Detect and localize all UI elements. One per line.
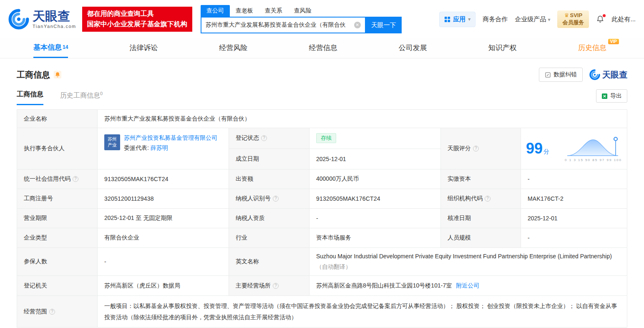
field-label-insured-count: 参保人数: [17, 248, 98, 276]
field-label-english-name: 英文名称: [229, 248, 309, 276]
help-icon[interactable]: ?: [273, 196, 279, 202]
partner-logo-line1: 苏州: [108, 136, 117, 142]
export-label: 导出: [610, 92, 622, 100]
field-value-company-type: 有限合伙企业: [98, 228, 229, 248]
field-value-tianyan-score: 99分 0 1 3 15 50 85 97 99 100: [521, 128, 627, 169]
brand-domain: TianYanCha.com: [33, 24, 76, 29]
watermark-logo: 天眼查: [589, 69, 627, 81]
field-value-executive-partner: 苏州 产业 苏州产业投资私募基金管理有限公司 委派代表: 薛苏明: [98, 128, 229, 169]
partner-company-link[interactable]: 苏州产业投资私募基金管理有限公司: [124, 134, 217, 141]
section-title: 工商信息: [17, 69, 50, 81]
business-info-table: 企业名称 苏州市重大产业发展私募投资基金合伙企业（有限合伙） 执行事务合伙人 苏…: [17, 109, 627, 328]
export-button[interactable]: 导出: [596, 89, 627, 103]
search-button[interactable]: 天眼一下: [366, 17, 402, 33]
score-bell-curve: [566, 136, 621, 159]
field-label-taxpayer-quality: 纳税人资质: [229, 209, 309, 228]
search-tab-boss[interactable]: 查老板: [230, 5, 259, 17]
search-tab-risk[interactable]: 查风险: [288, 5, 317, 17]
svip-membership-button[interactable]: ♛SVIP 会员服务: [557, 10, 589, 28]
tab-intellectual-property[interactable]: 知识产权: [488, 38, 517, 58]
field-value-taxpayer-id: 91320505MAK176CT24: [309, 189, 441, 209]
status-badge: 存续: [316, 133, 336, 143]
tab-basic-info[interactable]: 基本信息14: [33, 38, 68, 58]
section-header-right: 数据纠错 天眼查: [539, 68, 627, 82]
field-label-industry: 行业: [229, 228, 309, 248]
tab-operation-risk[interactable]: 经营风险: [219, 38, 248, 58]
field-value-reg-authority: 苏州高新区（虎丘区）数据局: [98, 276, 229, 296]
address-label-text: 主要经营场所: [236, 282, 271, 290]
field-value-business-term: 2025-12-01 至 无固定期限: [98, 209, 229, 228]
help-icon[interactable]: ?: [473, 146, 479, 151]
table-row: 经营范围 ? 一般项目：以私募基金从事股权投资、投资管理、资产管理等活动（须在中…: [17, 296, 627, 328]
help-icon[interactable]: ?: [485, 196, 491, 202]
company-section-tabs: 基本信息14 法律诉讼 经营风险 经营信息 公司发展 知识产权 历史信息 VIP: [0, 38, 644, 58]
enterprise-products-link[interactable]: 企业级产品 ▾: [515, 15, 550, 23]
help-icon[interactable]: ?: [273, 283, 279, 289]
table-row: 参保人数 - 英文名称 Suzhou Major Industrial Deve…: [17, 248, 627, 276]
field-label-reg-number: 工商注册号: [17, 189, 98, 209]
field-label-approval-date: 核准日期: [441, 209, 521, 228]
svip-sub-label: 会员服务: [562, 19, 584, 26]
status-date-stack: 登记状态 ? 存续 成立日期 2025-12-01: [229, 128, 441, 169]
data-correction-button[interactable]: 数据纠错: [539, 68, 583, 82]
user-account-link[interactable]: 此处有...: [611, 15, 636, 23]
score-label-text: 天眼评分: [448, 145, 471, 152]
tab-basic-info-label: 基本信息: [33, 43, 62, 52]
tab-history-info-label: 历史信息: [578, 43, 606, 53]
monitor-bell-icon[interactable]: [53, 71, 62, 79]
field-label-reg-authority: 登记机关: [17, 276, 98, 296]
search-input-wrap: ✕: [201, 17, 366, 33]
field-label-company-type: 企业类型: [17, 228, 98, 248]
field-value-staff-size: -: [521, 228, 627, 248]
tab-legal-proceedings[interactable]: 法律诉讼: [129, 38, 158, 58]
reg-status-label-text: 登记状态: [236, 134, 259, 142]
notification-bell-button[interactable]: [596, 15, 604, 23]
subtab-business-info[interactable]: 工商信息: [17, 90, 43, 105]
score-number: 99: [526, 140, 543, 157]
table-row: 登记状态 ? 存续: [229, 128, 441, 149]
slogan-line-1: 都在用的商业查询工具: [87, 9, 187, 19]
tab-operation-info[interactable]: 经营信息: [309, 38, 337, 58]
field-label-taxpayer-id: 纳税人识别号 ?: [229, 189, 309, 209]
search-tabs: 查公司 查老板 查关系 查风险: [201, 5, 402, 17]
tab-history-info[interactable]: 历史信息 VIP: [578, 38, 606, 58]
delegate-name-link[interactable]: 薛苏明: [151, 144, 168, 151]
field-value-paid-capital: -: [521, 169, 627, 189]
tianyancha-logo[interactable]: 天眼查 TianYanCha.com: [8, 9, 76, 30]
field-value-industry: 资本市场服务: [309, 228, 441, 248]
org-code-label-text: 组织机构代码: [448, 195, 483, 202]
english-name-text: Suzhou Major Industrial Development Priv…: [316, 253, 612, 260]
field-label-tianyan-score: 天眼评分 ?: [441, 128, 521, 169]
table-row: 成立日期 2025-12-01: [229, 149, 441, 170]
business-cooperation-link[interactable]: 商务合作: [483, 15, 508, 23]
field-label-company-name: 企业名称: [17, 110, 98, 128]
field-label-reg-status: 登记状态 ?: [229, 128, 309, 149]
help-icon[interactable]: ?: [261, 135, 267, 141]
subtab-history-label: 历史工商信息: [60, 92, 100, 99]
apps-button[interactable]: 应用 ▾: [439, 12, 475, 27]
nearby-companies-link[interactable]: 附近公司: [456, 282, 479, 290]
crown-icon: ♛: [564, 12, 569, 18]
search-tab-relation[interactable]: 查关系: [259, 5, 288, 17]
subtab-history-business-info[interactable]: 历史工商信息0: [60, 91, 103, 105]
help-icon[interactable]: ?: [49, 309, 55, 315]
slogan-banner: 都在用的商业查询工具 国家中小企业发展子基金旗下机构: [82, 7, 192, 32]
help-icon[interactable]: ?: [73, 176, 78, 182]
tianyancha-swirl-icon: [8, 9, 29, 30]
field-label-staff-size: 人员规模: [441, 228, 521, 248]
search-input[interactable]: [201, 22, 354, 28]
header-right: 应用 ▾ 商务合作 企业级产品 ▾ ♛SVIP 会员服务 此处有...: [439, 10, 636, 28]
search-tab-company[interactable]: 查公司: [201, 5, 230, 17]
field-value-business-scope: 一般项目：以私募基金从事股权投资、投资管理、资产管理等活动（须在中国证券投资基金…: [98, 296, 627, 328]
field-value-company-name: 苏州市重大产业发展私募投资基金合伙企业（有限合伙）: [98, 110, 627, 128]
field-label-credit-code: 统一社会信用代码 ?: [17, 169, 98, 189]
subtab-history-count: 0: [100, 91, 103, 96]
excel-export-icon: [601, 93, 608, 99]
table-row: 企业类型 有限合伙企业 行业 资本市场服务 人员规模 -: [17, 228, 627, 248]
brand-name: 天眼查: [33, 10, 76, 23]
tab-company-development[interactable]: 公司发展: [399, 38, 427, 58]
partner-logo-line2: 产业: [108, 142, 117, 148]
delegate-label: 委派代表:: [124, 144, 149, 151]
clear-search-icon[interactable]: ✕: [354, 22, 361, 28]
field-label-business-scope: 经营范围 ?: [17, 296, 98, 328]
